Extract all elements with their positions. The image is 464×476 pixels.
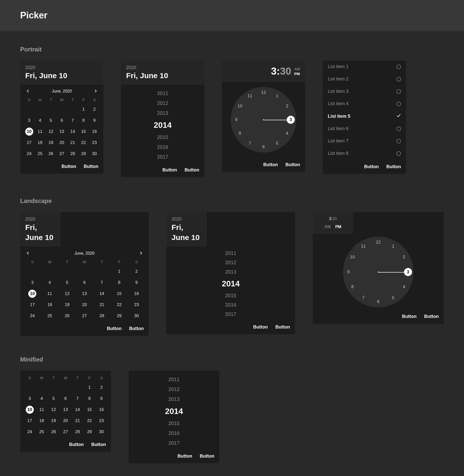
calendar-day[interactable]: 22: [110, 299, 128, 310]
calendar-day[interactable]: 3: [24, 393, 36, 404]
calendar-day[interactable]: 9: [89, 115, 100, 126]
cancel-button[interactable]: Button: [253, 324, 268, 330]
calendar-day[interactable]: 20: [56, 137, 67, 148]
calendar-day[interactable]: 10: [24, 404, 36, 415]
calendar-day[interactable]: 25: [41, 310, 59, 321]
header-date-line1[interactable]: Fri,: [171, 223, 202, 232]
calendar-day[interactable]: 2: [96, 382, 107, 393]
calendar-day[interactable]: 5: [45, 115, 56, 126]
hour[interactable]: 3: [271, 66, 277, 77]
year-option[interactable]: 2015: [225, 291, 237, 300]
calendar-day[interactable]: 25: [36, 426, 47, 437]
minute[interactable]: 30: [280, 66, 291, 77]
calendar-day[interactable]: 13: [60, 404, 71, 415]
calendar-day[interactable]: 14: [93, 288, 110, 299]
calendar-day[interactable]: 7: [93, 277, 110, 288]
list-item[interactable]: List item 1: [323, 61, 406, 73]
calendar-day[interactable]: 3: [24, 115, 35, 126]
calendar-day[interactable]: 10: [24, 126, 35, 137]
calendar-day[interactable]: 8: [83, 393, 95, 404]
chevron-right-icon[interactable]: [93, 89, 98, 94]
year-option[interactable]: 2014: [154, 118, 171, 132]
calendar-day[interactable]: 2: [128, 266, 145, 277]
header-year[interactable]: 2020: [25, 65, 98, 70]
calendar-day[interactable]: 25: [35, 148, 45, 159]
clock-number[interactable]: 7: [362, 295, 364, 300]
year-option[interactable]: 2012: [157, 98, 168, 108]
clock-number[interactable]: 6: [262, 144, 265, 150]
list-item[interactable]: List item 2: [323, 73, 406, 85]
ok-button[interactable]: Button: [275, 324, 290, 330]
year-option[interactable]: 2011: [168, 375, 180, 384]
clock-number[interactable]: 1: [276, 94, 278, 99]
calendar-day[interactable]: 20: [60, 415, 71, 426]
calendar-day[interactable]: 17: [24, 137, 35, 148]
cancel-button[interactable]: Button: [62, 164, 76, 169]
minute[interactable]: 30: [332, 217, 337, 221]
calendar-day[interactable]: 12: [48, 404, 60, 415]
header-date-line2[interactable]: June 10: [171, 233, 202, 242]
list-item[interactable]: List item 6: [323, 123, 406, 135]
ok-button[interactable]: Button: [285, 162, 300, 167]
calendar-day[interactable]: 13: [76, 288, 93, 299]
calendar-day[interactable]: 9: [128, 277, 145, 288]
clock-face[interactable]: 1212345678910113: [231, 87, 296, 153]
calendar-day[interactable]: 11: [35, 126, 45, 137]
header-year[interactable]: 2020: [25, 217, 55, 222]
ok-button[interactable]: Button: [91, 442, 106, 447]
year-option[interactable]: 2016: [157, 142, 168, 152]
year-option[interactable]: 2014: [165, 404, 183, 419]
clock-number[interactable]: 9: [235, 117, 237, 122]
calendar-day[interactable]: 3: [24, 277, 41, 288]
calendar-day[interactable]: 11: [36, 404, 47, 415]
calendar-day[interactable]: 6: [60, 393, 71, 404]
clock-number[interactable]: 2: [286, 104, 288, 109]
header-date-line1[interactable]: Fri,: [25, 223, 55, 232]
calendar-day[interactable]: 12: [45, 126, 56, 137]
header-date-line2[interactable]: June 10: [25, 233, 55, 242]
year-option[interactable]: 2015: [168, 419, 180, 428]
clock-number[interactable]: 8: [239, 131, 241, 136]
calendar-day[interactable]: 6: [76, 277, 93, 288]
calendar-day[interactable]: 5: [48, 393, 60, 404]
cancel-button[interactable]: Button: [402, 314, 417, 319]
calendar-day[interactable]: 7: [67, 115, 78, 126]
calendar-day[interactable]: 8: [78, 115, 89, 126]
calendar-day[interactable]: 30: [96, 426, 107, 437]
clock-number[interactable]: 9: [347, 270, 350, 275]
year-option[interactable]: 2013: [157, 108, 168, 118]
calendar-day[interactable]: 30: [89, 148, 100, 159]
calendar-day[interactable]: 2: [89, 104, 100, 115]
calendar-day[interactable]: 24: [24, 310, 41, 321]
calendar-day[interactable]: 1: [83, 382, 95, 393]
clock-number[interactable]: 4: [403, 284, 405, 289]
am-option[interactable]: AM: [294, 67, 300, 71]
clock-number[interactable]: 12: [261, 90, 266, 95]
header-year[interactable]: 2020: [126, 65, 199, 70]
year-option[interactable]: 2013: [168, 394, 180, 404]
calendar-day[interactable]: 19: [48, 415, 60, 426]
calendar-day[interactable]: 22: [83, 415, 95, 426]
calendar-day[interactable]: 11: [41, 288, 59, 299]
ok-button[interactable]: Button: [424, 314, 439, 319]
ok-button[interactable]: Button: [386, 164, 401, 169]
year-option[interactable]: 2016: [225, 300, 237, 310]
clock-number[interactable]: 5: [392, 295, 394, 300]
calendar-day[interactable]: 26: [59, 310, 76, 321]
calendar-day[interactable]: 12: [59, 288, 76, 299]
cancel-button[interactable]: Button: [107, 326, 122, 331]
hour[interactable]: 3: [329, 217, 331, 221]
calendar-day[interactable]: 1: [110, 266, 128, 277]
cancel-button[interactable]: Button: [178, 454, 192, 459]
clock-number[interactable]: 12: [376, 240, 381, 245]
list-item[interactable]: List item 8: [323, 147, 406, 160]
clock-number[interactable]: 4: [286, 131, 288, 136]
year-option[interactable]: 2012: [225, 258, 237, 267]
calendar-day[interactable]: 26: [45, 148, 56, 159]
ok-button[interactable]: Button: [200, 454, 214, 459]
year-option[interactable]: 2016: [168, 428, 180, 438]
calendar-day[interactable]: 16: [89, 126, 100, 137]
calendar-day[interactable]: 28: [67, 148, 78, 159]
calendar-day[interactable]: 14: [72, 404, 83, 415]
list-item[interactable]: List item 5: [323, 110, 406, 123]
